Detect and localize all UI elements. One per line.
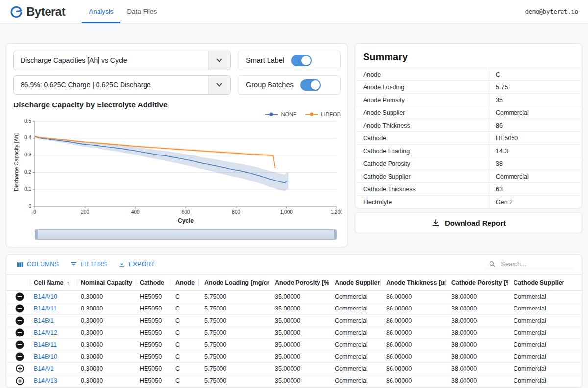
- table-cell: 86.00000: [380, 341, 445, 348]
- user-email[interactable]: demo@byterat.io: [525, 8, 578, 15]
- download-icon: [431, 218, 440, 227]
- table-cell: Commercial: [508, 365, 582, 372]
- expand-row-icon: [16, 364, 24, 373]
- row-expand-toggle[interactable]: [6, 377, 28, 385]
- table-cell: 35.00000: [269, 329, 329, 336]
- table-cell: 5.75000: [198, 329, 269, 336]
- column-header-2[interactable]: Cathode: [134, 279, 170, 286]
- table-cell: 86.00000: [380, 353, 445, 360]
- row-expand-toggle[interactable]: [6, 328, 28, 337]
- table-row: B14A/130.30000HE5050C5.7500035.00000Comm…: [6, 375, 582, 388]
- collapse-row-icon: [15, 316, 24, 325]
- table-cell: Commercial: [329, 329, 380, 336]
- export-button[interactable]: EXPORT: [113, 258, 160, 271]
- right-column: Summary AnodeCAnode Loading5.75Anode Por…: [355, 43, 582, 233]
- brand[interactable]: Byterat: [10, 0, 65, 23]
- legend-item-lidfob[interactable]: LIDFOB: [305, 111, 341, 117]
- table-cell: Commercial: [508, 377, 582, 384]
- columns-label: COLUMNS: [27, 261, 59, 268]
- grid-header-row: Cell Name↑Nominal Capacity [Ah]CathodeAn…: [6, 274, 582, 291]
- filters-button[interactable]: FILTERS: [65, 258, 112, 271]
- table-cell: 5.75000: [198, 293, 269, 300]
- column-header-3[interactable]: Anode: [170, 279, 198, 286]
- table-cell: 0.30000: [75, 329, 134, 336]
- nav-tab-data-files[interactable]: Data Files: [120, 0, 164, 23]
- row-expand-toggle[interactable]: [6, 352, 28, 361]
- column-header-1[interactable]: Nominal Capacity [Ah]: [75, 279, 134, 286]
- table-cell: 5.75000: [198, 317, 269, 324]
- group-batches-toggle[interactable]: [300, 79, 321, 91]
- table-row: B14A/10.30000HE5050C5.7500035.00000Comme…: [6, 363, 582, 375]
- metric-select-button[interactable]: [208, 51, 230, 70]
- search-input[interactable]: [500, 260, 570, 268]
- summary-row: Anode SupplierCommercial: [355, 106, 582, 119]
- cell-name-link[interactable]: B14A/10: [28, 293, 75, 300]
- table-cell: 86.00000: [380, 329, 445, 336]
- table-cell: C: [170, 317, 198, 324]
- column-header-7[interactable]: Anode Thickness [um]: [380, 279, 445, 286]
- table-cell: 86.00000: [380, 365, 445, 372]
- cell-name-link[interactable]: B14B/11: [28, 341, 75, 348]
- row-expand-toggle[interactable]: [6, 292, 28, 301]
- columns-icon: [16, 261, 24, 268]
- column-header-6[interactable]: Anode Supplier: [329, 279, 380, 286]
- chart-range-brush[interactable]: [35, 229, 337, 240]
- summary-label: Cathode: [355, 132, 489, 144]
- table-cell: HE5050: [134, 317, 170, 324]
- svg-text:0: 0: [28, 204, 31, 209]
- chart-canvas: 00.10.20.30.40.502004006008001,0001,200: [13, 119, 342, 217]
- cell-name-link[interactable]: B14A/13: [28, 377, 75, 384]
- metric-select[interactable]: Discharge Capacities [Ah] vs Cycle: [13, 51, 231, 70]
- table-cell: 86.00000: [380, 305, 445, 312]
- expand-row-icon: [16, 377, 24, 385]
- table-cell: 5.75000: [198, 341, 269, 348]
- column-header-8[interactable]: Cathode Porosity [%]: [445, 279, 508, 286]
- summary-value: 14.3: [489, 145, 582, 157]
- row-expand-toggle[interactable]: [6, 364, 28, 373]
- smart-label-toggle[interactable]: [291, 55, 312, 66]
- nav-tab-analysis[interactable]: Analysis: [82, 0, 120, 23]
- summary-row: AnodeC: [355, 68, 582, 80]
- summary-value: 86: [489, 119, 582, 131]
- protocol-select[interactable]: 86.9%: 0.625C Charge | 0.625C Discharge: [13, 75, 231, 95]
- table-cell: 5.75000: [198, 377, 269, 384]
- row-expand-toggle[interactable]: [6, 304, 28, 313]
- cell-name-link[interactable]: B14A/1: [28, 365, 75, 372]
- table-cell: C: [170, 329, 198, 336]
- protocol-select-button[interactable]: [208, 76, 230, 94]
- summary-label: Cathode Porosity: [355, 157, 489, 170]
- table-cell: 38.00000: [445, 377, 508, 384]
- legend-item-none[interactable]: NONE: [265, 111, 296, 117]
- row-expand-toggle[interactable]: [6, 316, 28, 325]
- column-header-0[interactable]: Cell Name↑: [28, 279, 75, 286]
- summary-row: Anode Loading5.75: [355, 80, 582, 93]
- table-cell: 0.30000: [75, 317, 134, 324]
- table-cell: 0.30000: [75, 341, 134, 348]
- collapse-row-icon: [15, 292, 24, 301]
- sort-asc-icon[interactable]: ↑: [66, 279, 70, 286]
- cell-name-link[interactable]: B14A/12: [28, 329, 75, 336]
- summary-panel: Summary AnodeCAnode Loading5.75Anode Por…: [355, 43, 582, 208]
- table-cell: 0.30000: [75, 353, 134, 360]
- cell-name-link[interactable]: B14A/11: [28, 305, 75, 312]
- row-expand-toggle[interactable]: [6, 340, 28, 349]
- summary-row: Cathode Loading14.3: [355, 144, 582, 157]
- table-cell: 86.00000: [380, 293, 445, 300]
- columns-button[interactable]: COLUMNS: [11, 258, 64, 271]
- table-cell: Commercial: [329, 293, 380, 300]
- y-axis-label: Discharge Capacity [Ah]: [13, 133, 19, 191]
- summary-row: ElectrolyteGen 2: [355, 195, 582, 208]
- cell-name-link[interactable]: B14B/1: [28, 317, 75, 324]
- column-header-4[interactable]: Anode Loading [mg/cm2]: [198, 279, 269, 286]
- summary-value: HE5050: [489, 132, 582, 144]
- column-header-9[interactable]: Cathode Supplier: [508, 279, 582, 286]
- cell-name-link[interactable]: B14B/10: [28, 353, 75, 360]
- grid-search: [486, 259, 573, 270]
- column-header-5[interactable]: Anode Porosity [%]: [269, 279, 329, 286]
- download-report-button[interactable]: Download Report: [355, 212, 582, 233]
- chart-legend: NONELIDFOB: [13, 111, 341, 117]
- filters-label: FILTERS: [81, 261, 107, 268]
- table-cell: 38.00000: [445, 329, 508, 336]
- table-row: B14B/10.30000HE5050C5.7500035.00000Comme…: [6, 315, 582, 327]
- table-cell: HE5050: [134, 305, 170, 312]
